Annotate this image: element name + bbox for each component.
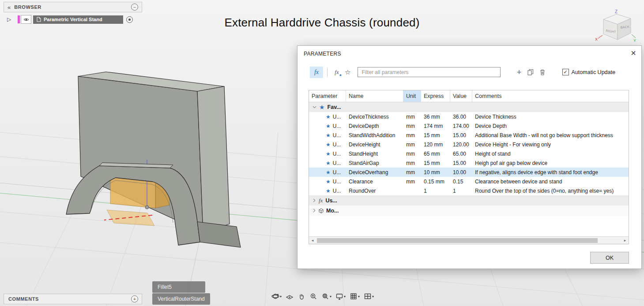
duplicate-parameter-button[interactable] xyxy=(527,69,534,76)
orbit-button[interactable]: ▾ xyxy=(271,292,282,300)
param-comment[interactable]: Device Thickness xyxy=(472,114,629,120)
add-comment-icon[interactable]: + xyxy=(131,295,138,302)
table-row[interactable]: ★U... DeviceDepth mm 174 mm 174.00 Devic… xyxy=(309,121,629,131)
look-at-button[interactable] xyxy=(286,292,294,300)
param-comment[interactable]: Device Depth xyxy=(472,123,629,129)
table-row[interactable]: ★U... StandWidthAddition mm 15 mm 15.00 … xyxy=(309,131,629,140)
favorite-star-icon[interactable]: ★ xyxy=(326,114,331,119)
group-row-favorites[interactable]: ★ Fav... xyxy=(309,102,629,112)
delete-parameter-button[interactable] xyxy=(539,69,546,76)
param-name[interactable]: DeviceThickness xyxy=(346,114,403,120)
param-expression[interactable]: 36 mm xyxy=(421,114,450,120)
param-comment[interactable]: Device Height - For viewing only xyxy=(472,142,629,148)
param-name[interactable]: RoundOver xyxy=(346,188,403,194)
param-comment[interactable]: If negative, aligns device edge with sta… xyxy=(472,169,629,175)
favorite-star-icon[interactable]: ★ xyxy=(326,179,331,184)
collapse-panel-icon[interactable]: « xyxy=(8,4,11,10)
grid-display-button[interactable]: ▾ xyxy=(350,292,360,300)
show-favorites-button[interactable]: ☆ xyxy=(345,68,350,76)
favorite-star-icon[interactable]: ★ xyxy=(326,123,331,129)
table-row[interactable]: ★U... StandAirGap mm 15 mm 15.00 Heigh p… xyxy=(309,158,629,168)
component-item[interactable]: Parametric Vertical Stand xyxy=(33,15,123,24)
param-expression[interactable]: 174 mm xyxy=(421,123,450,129)
user-parameters-button[interactable]: fx xyxy=(310,67,323,78)
ok-button[interactable]: OK xyxy=(590,252,629,264)
table-row[interactable]: ★U... Clearance mm 0.15 mm 0.15 Clearanc… xyxy=(309,177,629,186)
param-expression[interactable]: 15 mm xyxy=(421,160,450,166)
param-value: 15.00 xyxy=(450,132,472,138)
param-expression[interactable]: 0.15 mm xyxy=(421,179,450,185)
checkbox-check-icon[interactable]: ✓ xyxy=(562,69,569,75)
favorite-star-icon[interactable]: ★ xyxy=(326,151,331,157)
param-expression[interactable]: 1 xyxy=(421,188,450,194)
pan-icon xyxy=(298,292,305,300)
horizontal-scrollbar[interactable]: ◂ ▸ xyxy=(309,236,629,244)
table-row[interactable]: ★U... RoundOver 1 1 Round Over the top o… xyxy=(309,186,629,195)
browser-tree-item[interactable]: ▷ Parametric Vertical Stand xyxy=(7,15,133,24)
display-settings-button[interactable]: ▾ xyxy=(335,292,346,300)
favorite-star-icon[interactable]: ★ xyxy=(326,133,331,138)
pan-button[interactable] xyxy=(298,292,305,300)
viewports-icon xyxy=(364,292,372,300)
param-unit: mm xyxy=(403,132,421,138)
favorite-star-icon[interactable]: ★ xyxy=(326,170,331,175)
chevron-right-icon[interactable] xyxy=(313,198,316,202)
visibility-eye-icon[interactable] xyxy=(21,15,31,24)
table-row-selected[interactable]: ★U... DeviceOverhang mm 10 mm 10.00 If n… xyxy=(309,168,629,177)
chevron-right-icon[interactable] xyxy=(313,209,316,213)
param-expression[interactable]: 10 mm xyxy=(421,169,450,175)
param-name[interactable]: StandAirGap xyxy=(346,160,403,166)
origin-point[interactable] xyxy=(145,205,149,209)
stand-base-right-foot xyxy=(197,222,241,247)
comments-panel-header[interactable]: COMMENTS + xyxy=(4,294,142,304)
scroll-right-icon[interactable]: ▸ xyxy=(621,238,629,243)
favorite-star-icon[interactable]: ★ xyxy=(326,160,331,166)
viewports-button[interactable]: ▾ xyxy=(364,292,374,300)
table-row[interactable]: ★U... DeviceHeight mm 120 mm 120.00 Devi… xyxy=(309,140,629,149)
chevron-down-icon[interactable] xyxy=(313,105,316,109)
table-row[interactable]: ★U... DeviceThickness mm 36 mm 36.00 Dev… xyxy=(309,112,629,121)
param-name[interactable]: DeviceHeight xyxy=(346,142,403,148)
group-row-model[interactable]: Mo... xyxy=(309,205,629,216)
scrollbar-thumb[interactable] xyxy=(317,238,598,243)
minimize-panel-icon[interactable]: − xyxy=(131,4,138,11)
browser-panel-header[interactable]: « BROWSER − xyxy=(4,2,142,12)
param-unit: mm xyxy=(403,142,421,148)
param-expression[interactable]: 120 mm xyxy=(421,142,450,148)
param-type: U... xyxy=(333,142,341,148)
expand-node-icon[interactable]: ▷ xyxy=(7,16,14,22)
add-parameter-button[interactable]: + xyxy=(516,67,521,77)
model-stand[interactable] xyxy=(66,72,241,247)
automatic-update-checkbox[interactable]: ✓ Automatic Update xyxy=(562,69,615,75)
favorite-star-icon[interactable]: ★ xyxy=(326,188,331,194)
favorite-parameters-button[interactable]: fx ★ xyxy=(331,67,342,78)
filter-parameters-input[interactable] xyxy=(358,67,501,77)
param-comment[interactable]: Round Over the top of the sides (0=no, a… xyxy=(472,188,629,194)
param-name[interactable]: StandWidthAddition xyxy=(346,132,403,138)
fit-button[interactable]: ▾ xyxy=(321,292,331,300)
zoom-button[interactable] xyxy=(309,292,317,300)
param-expression[interactable]: 15 mm xyxy=(421,132,450,138)
activate-component-icon[interactable] xyxy=(126,16,133,23)
orbit-icon xyxy=(271,292,279,300)
param-comment[interactable]: Additional Base Width - will not go belo… xyxy=(472,132,629,138)
selection-color-bar xyxy=(18,15,20,23)
param-type: U... xyxy=(333,160,341,166)
param-name[interactable]: DeviceOverhang xyxy=(346,169,403,175)
scroll-left-icon[interactable]: ◂ xyxy=(309,238,316,243)
table-row[interactable]: ★U... StandHeight mm 65 mm 65.00 Height … xyxy=(309,149,629,158)
param-comment[interactable]: Heigh pof air gap below device xyxy=(472,160,629,166)
param-name[interactable]: Clearance xyxy=(346,179,403,185)
favorite-star-icon[interactable]: ★ xyxy=(326,142,331,147)
param-expression[interactable]: 65 mm xyxy=(421,151,450,157)
param-name[interactable]: DeviceDepth xyxy=(346,123,403,129)
look-at-icon xyxy=(286,292,294,300)
group-label: Mo... xyxy=(326,208,339,214)
param-name[interactable]: StandHeight xyxy=(346,151,403,157)
display-settings-icon xyxy=(335,292,343,300)
view-cube[interactable]: Z RIGHT BACK X Y xyxy=(595,9,639,47)
close-icon[interactable]: × xyxy=(631,49,636,57)
group-row-user[interactable]: fx Us... xyxy=(309,195,629,205)
param-comment[interactable]: Height of stand xyxy=(472,151,629,157)
param-comment[interactable]: Clearance between device and stand xyxy=(472,179,629,185)
